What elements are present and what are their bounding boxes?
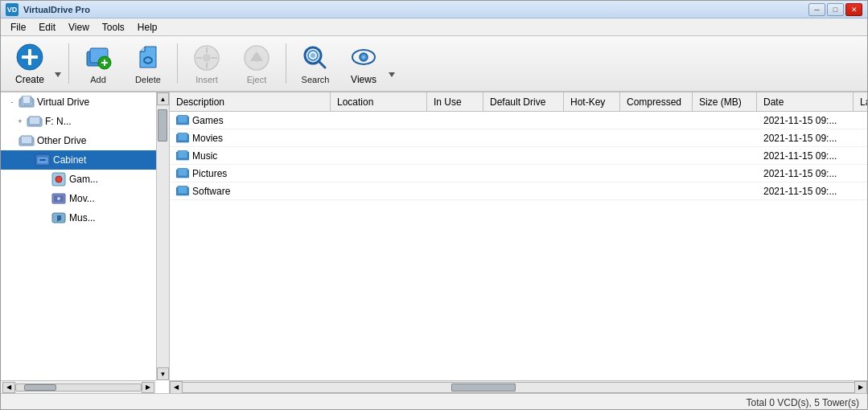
svg-point-17: [311, 53, 315, 58]
cell-description: Movies: [170, 133, 331, 144]
tree-movies-expand[interactable]: [39, 194, 49, 203]
tree-node-music[interactable]: Mus...: [1, 208, 156, 228]
minimize-button[interactable]: ─: [808, 3, 825, 16]
table-row[interactable]: Games 2021-11-15 09:...: [170, 112, 867, 129]
svg-rect-48: [178, 186, 187, 194]
table-body[interactable]: Games 2021-11-15 09:... Movies: [170, 112, 867, 380]
window-title: VirtualDrive Pro: [23, 5, 808, 14]
table-row[interactable]: Movies 2021-11-15 09:...: [170, 129, 867, 147]
content-hscrollbar[interactable]: ◀ ▶: [170, 380, 867, 393]
tree-hscroll-track[interactable]: [15, 383, 142, 392]
tree-cabinet-expand[interactable]: -: [23, 155, 33, 165]
tree-games-icon: [51, 171, 67, 187]
svg-rect-26: [29, 117, 40, 125]
col-label[interactable]: Label: [854, 92, 867, 111]
search-button[interactable]: Search: [291, 39, 339, 88]
svg-rect-2: [22, 55, 38, 59]
tree-f-drive-label: F: N...: [45, 116, 72, 127]
tree-hleft-arrow[interactable]: ◀: [2, 382, 15, 393]
col-compressed[interactable]: Compressed: [620, 92, 693, 111]
views-button[interactable]: Views: [341, 39, 386, 88]
cell-date: 2021-11-15 09:...: [757, 186, 854, 197]
svg-rect-28: [21, 136, 32, 144]
tree-panel: - Virtual Drive +: [1, 92, 170, 393]
delete-label: Delete: [135, 75, 161, 84]
col-in-use[interactable]: In Use: [427, 92, 483, 111]
delete-button[interactable]: Delete: [124, 39, 172, 88]
cell-description: Pictures: [170, 168, 331, 179]
tree-other-drive-icon: [19, 133, 35, 149]
eject-icon: [242, 43, 271, 72]
add-label: Add: [90, 75, 106, 84]
add-icon: [84, 43, 113, 72]
tree-vscrollbar[interactable]: ▲ ▼: [156, 92, 169, 380]
table-row[interactable]: Pictures 2021-11-15 09:...: [170, 165, 867, 182]
tree-games-expand[interactable]: [39, 174, 49, 184]
create-button[interactable]: Create: [7, 39, 52, 88]
tree-node-virtual-drive[interactable]: - Virtual Drive: [1, 92, 156, 112]
svg-rect-44: [178, 150, 187, 158]
tree-hscroll-thumb[interactable]: [24, 384, 56, 391]
menu-help[interactable]: Help: [131, 20, 164, 35]
col-description[interactable]: Description: [170, 92, 331, 111]
toolbar-sep-3: [286, 43, 286, 84]
svg-rect-9: [101, 62, 108, 64]
svg-point-33: [56, 176, 62, 182]
content-scroll-left[interactable]: ◀: [170, 381, 183, 394]
create-icon: [15, 43, 44, 72]
tree-scroll-thumb[interactable]: [158, 109, 167, 141]
tree-node-other-drive[interactable]: Other Drive: [1, 131, 156, 150]
tree-scroll-down[interactable]: ▼: [157, 367, 169, 380]
tree-other-expand[interactable]: [7, 136, 17, 146]
toolbar: Create Add: [1, 36, 867, 92]
eject-button[interactable]: Eject: [232, 39, 281, 88]
tree-node-cabinet[interactable]: - Cabinet: [1, 150, 156, 170]
content-scroll-thumb[interactable]: [451, 383, 516, 392]
search-label: Search: [302, 75, 330, 84]
tree-cabinet-icon: [35, 152, 51, 168]
content-scroll-right[interactable]: ▶: [854, 381, 867, 394]
tree-scroll-area[interactable]: - Virtual Drive +: [1, 92, 169, 393]
tree-other-drive-label: Other Drive: [37, 135, 86, 146]
insert-button[interactable]: Insert: [183, 39, 231, 88]
tree-scroll-up[interactable]: ▲: [157, 92, 169, 105]
col-date[interactable]: Date: [757, 92, 854, 111]
menu-tools[interactable]: Tools: [96, 20, 131, 35]
menu-file[interactable]: File: [4, 20, 32, 35]
menu-edit[interactable]: Edit: [32, 20, 62, 35]
table-row[interactable]: Software 2021-11-15 09:...: [170, 182, 867, 200]
svg-line-16: [319, 61, 325, 68]
table-header: Description Location In Use Default Driv…: [170, 92, 867, 112]
tree-music-expand[interactable]: [39, 213, 49, 223]
tree-movies-icon: [51, 191, 67, 207]
create-dropdown-arrow[interactable]: [52, 39, 64, 88]
svg-rect-46: [178, 168, 187, 176]
col-default-drive[interactable]: Default Drive: [483, 92, 564, 111]
col-hot-key[interactable]: Hot-Key: [564, 92, 620, 111]
maximize-button[interactable]: □: [827, 3, 844, 16]
tree-music-icon: [51, 210, 67, 226]
tree-f-expand[interactable]: +: [15, 117, 25, 126]
tree-expand-icon[interactable]: -: [7, 97, 17, 107]
tree-hscrollbar[interactable]: ◀ ▶: [1, 380, 156, 393]
col-location[interactable]: Location: [331, 92, 427, 111]
main-area: - Virtual Drive +: [1, 92, 867, 393]
col-size-mb[interactable]: Size (MB): [693, 92, 757, 111]
table-row[interactable]: Music 2021-11-15 09:...: [170, 147, 867, 165]
add-button[interactable]: Add: [74, 39, 122, 88]
svg-rect-40: [178, 115, 187, 123]
titlebar: VD VirtualDrive Pro ─ □ ✕: [1, 1, 867, 18]
menu-view[interactable]: View: [62, 20, 96, 35]
tree-scroll-track[interactable]: [157, 105, 169, 367]
tree-virtual-drive-icon: [19, 94, 35, 110]
statusbar: Total 0 VCD(s), 5 Tower(s): [1, 393, 867, 410]
close-button[interactable]: ✕: [845, 3, 862, 16]
tree-hright-arrow[interactable]: ▶: [142, 382, 154, 393]
tree-node-games[interactable]: Gam...: [1, 170, 156, 189]
tree-node-movies[interactable]: Mov...: [1, 189, 156, 208]
tree-node-f-drive[interactable]: + F: N...: [1, 112, 156, 131]
views-dropdown-arrow[interactable]: [386, 39, 397, 88]
insert-label: Insert: [195, 75, 218, 84]
cell-date: 2021-11-15 09:...: [757, 115, 854, 126]
content-scroll-track[interactable]: [183, 382, 854, 393]
